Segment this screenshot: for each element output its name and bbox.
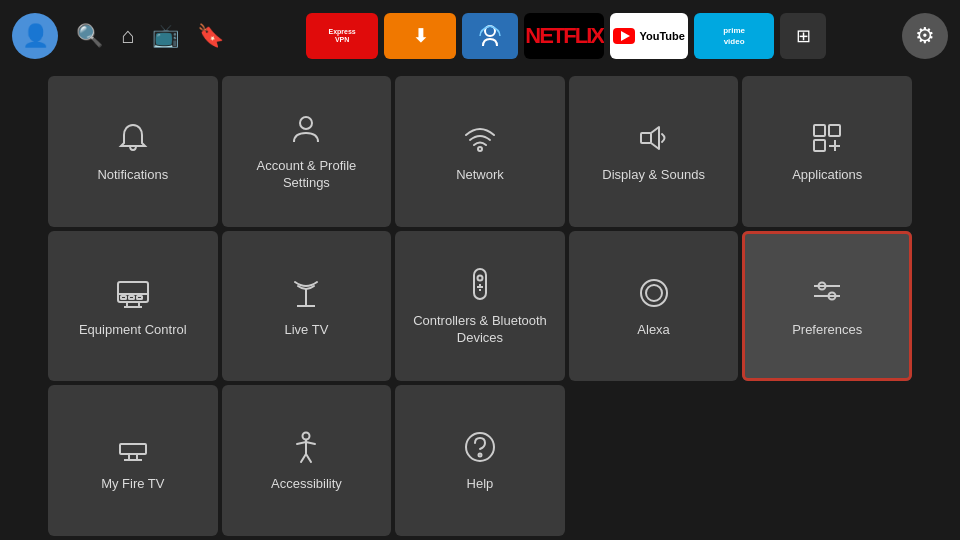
account-label: Account & Profile Settings (232, 158, 382, 192)
svg-point-20 (477, 276, 482, 281)
svg-rect-6 (814, 140, 825, 151)
notifications-label: Notifications (97, 167, 168, 184)
grid-item-preferences[interactable]: Preferences (742, 231, 912, 382)
tv-icon[interactable]: 📺 (152, 23, 179, 49)
firetv-icon (114, 428, 152, 466)
live-tv-label: Live TV (284, 322, 328, 339)
top-nav: 👤 🔍 ⌂ 📺 🔖 ExpressVPN ⬇ NETFLIX (0, 0, 960, 72)
accessibility-icon (287, 428, 325, 466)
youtube-label: YouTube (639, 30, 684, 42)
speaker-icon (635, 119, 673, 157)
grid-item-notifications[interactable]: Notifications (48, 76, 218, 227)
youtube-icon (613, 28, 635, 44)
grid-item-alexa[interactable]: Alexa (569, 231, 739, 382)
grid-item-live-tv[interactable]: Live TV (222, 231, 392, 382)
apps-bar: ExpressVPN ⬇ NETFLIX YouTube primevid (244, 13, 888, 59)
svg-rect-4 (814, 125, 825, 136)
search-icon[interactable]: 🔍 (76, 23, 103, 49)
app-downloader[interactable]: ⬇ (384, 13, 456, 59)
grid-item-controllers-bluetooth[interactable]: Controllers & Bluetooth Devices (395, 231, 565, 382)
svg-point-1 (300, 117, 312, 129)
grid-empty-2 (742, 385, 912, 536)
svg-rect-14 (121, 296, 126, 299)
alexa-icon (635, 274, 673, 312)
bell-icon (114, 119, 152, 157)
avatar[interactable]: 👤 (12, 13, 58, 59)
help-label: Help (467, 476, 494, 493)
home-icon[interactable]: ⌂ (121, 23, 134, 49)
svg-rect-15 (129, 296, 134, 299)
svg-rect-3 (641, 133, 651, 143)
equipment-control-label: Equipment Control (79, 322, 187, 339)
svg-rect-30 (120, 444, 146, 454)
grid-item-network[interactable]: Network (395, 76, 565, 227)
my-fire-tv-label: My Fire TV (101, 476, 164, 493)
preferences-label: Preferences (792, 322, 862, 339)
apps-icon (808, 119, 846, 157)
svg-point-34 (303, 433, 310, 440)
svg-point-25 (646, 285, 662, 301)
accessibility-label: Accessibility (271, 476, 342, 493)
applications-label: Applications (792, 167, 862, 184)
person-icon (287, 110, 325, 148)
wifi-icon (461, 119, 499, 157)
app-prime-video[interactable]: primevideo (694, 13, 774, 59)
network-label: Network (456, 167, 504, 184)
app-cyberghost[interactable] (462, 13, 518, 59)
app-grid-button[interactable]: ⊞ (780, 13, 826, 59)
display-sounds-label: Display & Sounds (602, 167, 705, 184)
grid-item-my-fire-tv[interactable]: My Fire TV (48, 385, 218, 536)
bookmark-icon[interactable]: 🔖 (197, 23, 224, 49)
tv-icon (114, 274, 152, 312)
grid-item-applications[interactable]: Applications (742, 76, 912, 227)
app-netflix[interactable]: NETFLIX (524, 13, 604, 59)
grid-item-display-sounds[interactable]: Display & Sounds (569, 76, 739, 227)
sliders-icon (808, 274, 846, 312)
svg-point-2 (478, 147, 482, 151)
youtube-play-triangle (621, 31, 630, 41)
app-youtube[interactable]: YouTube (610, 13, 688, 59)
netflix-label: NETFLIX (525, 23, 603, 49)
svg-point-24 (641, 280, 667, 306)
grid-item-help[interactable]: Help (395, 385, 565, 536)
svg-point-37 (478, 454, 481, 457)
grid-item-equipment-control[interactable]: Equipment Control (48, 231, 218, 382)
svg-rect-5 (829, 125, 840, 136)
remote-icon (461, 265, 499, 303)
settings-gear-button[interactable]: ⚙ (902, 13, 948, 59)
alexa-label: Alexa (637, 322, 670, 339)
help-icon (461, 428, 499, 466)
antenna-icon (287, 274, 325, 312)
nav-left: 👤 🔍 ⌂ 📺 🔖 (12, 13, 224, 59)
grid-item-account[interactable]: Account & Profile Settings (222, 76, 392, 227)
controllers-bluetooth-label: Controllers & Bluetooth Devices (405, 313, 555, 347)
settings-grid: Notifications Account & Profile Settings… (0, 72, 960, 540)
grid-item-accessibility[interactable]: Accessibility (222, 385, 392, 536)
grid-empty-1 (569, 385, 739, 536)
svg-rect-16 (137, 296, 142, 299)
app-expressvpn[interactable]: ExpressVPN (306, 13, 378, 59)
